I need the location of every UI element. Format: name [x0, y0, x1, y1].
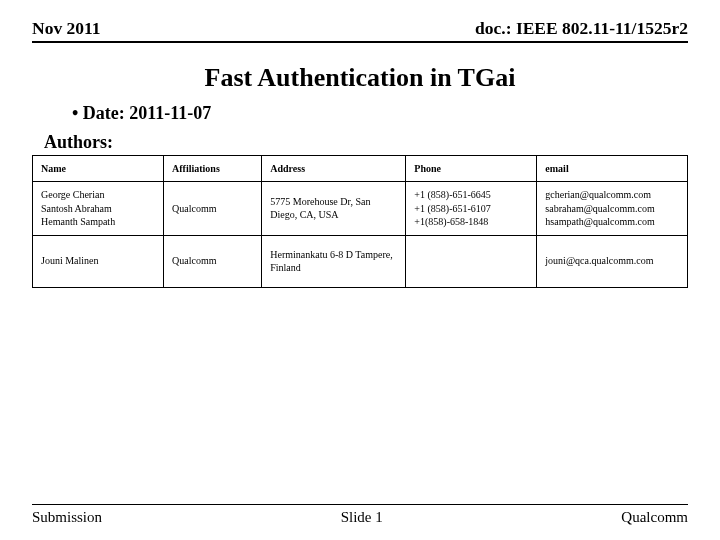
th-affil: Affiliations	[164, 156, 262, 182]
footer-bar: Submission Slide 1 Qualcomm	[32, 509, 688, 526]
cell-name: George CherianSantosh AbrahamHemanth Sam…	[33, 182, 164, 236]
table-header-row: Name Affiliations Address Phone email	[33, 156, 688, 182]
cell-phone: +1 (858)-651-6645+1 (858)-651-6107+1(858…	[406, 182, 537, 236]
th-email: email	[537, 156, 688, 182]
slide-title: Fast Authentication in TGai	[32, 63, 688, 93]
header-date: Nov 2011	[32, 18, 101, 39]
header-bar: Nov 2011 doc.: IEEE 802.11-11/1525r2	[32, 18, 688, 43]
th-addr: Address	[262, 156, 406, 182]
footer-rule	[32, 504, 688, 505]
footer-center: Slide 1	[341, 509, 383, 526]
slide-page: Nov 2011 doc.: IEEE 802.11-11/1525r2 Fas…	[0, 0, 720, 540]
footer-left: Submission	[32, 509, 102, 526]
cell-addr: Herminankatu 6-8 D Tampere, Finland	[262, 235, 406, 287]
th-name: Name	[33, 156, 164, 182]
th-phone: Phone	[406, 156, 537, 182]
cell-name: Jouni Malinen	[33, 235, 164, 287]
authors-label: Authors:	[44, 132, 688, 153]
date-line: Date: 2011-11-07	[72, 103, 688, 124]
cell-addr: 5775 Morehouse Dr, San Diego, CA, USA	[262, 182, 406, 236]
footer-right: Qualcomm	[621, 509, 688, 526]
cell-email: jouni@qca.qualcomm.com	[537, 235, 688, 287]
table-row: Jouni Malinen Qualcomm Herminankatu 6-8 …	[33, 235, 688, 287]
spacer	[32, 288, 688, 505]
cell-email: gcherian@qualcomm.comsabraham@qualcomm.c…	[537, 182, 688, 236]
table-row: George CherianSantosh AbrahamHemanth Sam…	[33, 182, 688, 236]
cell-phone	[406, 235, 537, 287]
cell-affil: Qualcomm	[164, 182, 262, 236]
cell-affil: Qualcomm	[164, 235, 262, 287]
header-docnum: doc.: IEEE 802.11-11/1525r2	[475, 18, 688, 39]
authors-table: Name Affiliations Address Phone email Ge…	[32, 155, 688, 288]
